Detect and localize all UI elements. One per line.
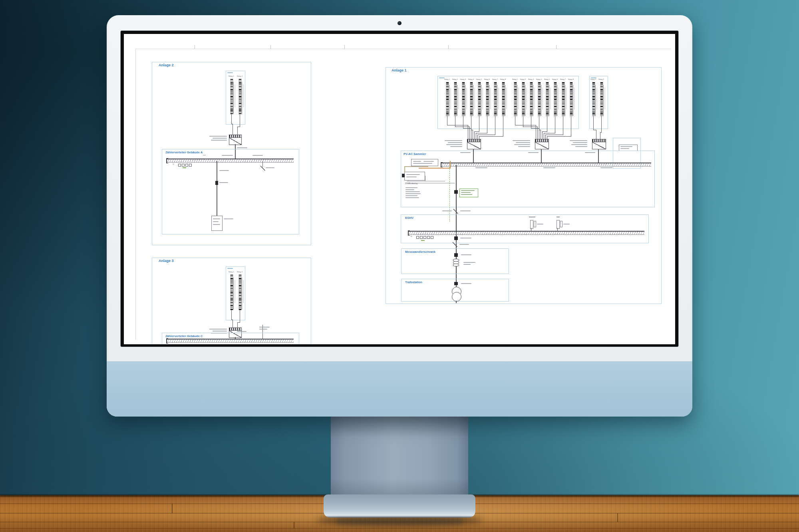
routing-line [601,116,602,132]
ruler-tick [344,45,345,49]
anlage-2-strings-box[interactable] [226,71,245,125]
pv-string[interactable] [554,82,557,117]
routing-line [495,116,495,135]
routing-line [523,127,538,127]
routing-line [477,135,495,135]
string-label: String 4 [467,78,475,80]
string-type-text [466,87,467,109]
schematic-diagram[interactable]: Anlage 2 Zählerverteiler Gebäude A [125,34,675,344]
pv-string[interactable] [462,82,465,117]
monitoring-gateway [411,159,438,166]
inverter-label [570,140,587,141]
pv-string[interactable] [470,82,473,117]
pv-string[interactable] [570,82,573,117]
anlage-3-title: Anlage 3 [159,259,174,263]
pv-string-return [517,85,517,116]
pv-string[interactable] [230,79,233,115]
routing-line [471,116,471,130]
inverter-label [446,144,462,145]
routing-line [233,320,233,328]
string-label: String 1 [227,75,235,77]
legend-line [405,191,420,192]
pv-string-return [541,85,541,116]
string-type-text [518,87,519,109]
pv-string-return [603,85,604,116]
pv-string[interactable] [514,82,517,117]
meter-box[interactable] [211,216,223,231]
ruler-tick [556,45,557,49]
inverter-3[interactable] [592,142,606,149]
string-label: String 8 [499,78,507,80]
routing-line [237,322,238,328]
data-wire [404,166,405,173]
grid-meter [619,145,638,151]
switch-label [442,210,452,211]
pv-string[interactable] [446,82,449,117]
pv-string[interactable] [546,82,549,117]
pv-string-return [525,85,525,116]
pv-string[interactable] [522,82,525,117]
pv-string[interactable] [239,274,242,310]
current-transformer [453,264,459,266]
string-label: String 3 [459,78,467,80]
signal-wire [425,176,425,181]
routing-line [447,116,447,125]
legend-line [405,197,419,198]
page-frame-left [135,49,136,339]
busbar-eghv [409,231,644,235]
routing-line [539,116,539,130]
pv-string[interactable] [592,82,595,117]
string-type-text [243,84,244,107]
fuse-strip [416,236,433,239]
pv-string-return [549,85,549,116]
data-wire [404,166,428,167]
transformer-winding-secondary [452,292,461,302]
pv-string[interactable] [478,82,481,117]
inverter-1[interactable] [467,142,481,149]
routing-line [455,116,455,127]
inverter-2-drop [541,149,542,163]
pv-string[interactable] [486,82,489,117]
inverter-2[interactable] [535,142,549,149]
routing-line [596,130,596,139]
string-label: String 5 [475,78,483,80]
pv-string-return [233,278,234,310]
routing-line [563,116,563,135]
inverter-label [513,140,530,141]
string-type-text [526,87,527,109]
pv-string[interactable] [494,82,497,117]
string-label: String 3 [527,78,535,80]
desk-plank-seam [0,528,799,529]
pv-ac-title: PV-AC Sammler [403,152,426,156]
pv-string[interactable] [530,82,533,117]
stand-base-reflection [336,518,463,525]
anlage-3-strings-box[interactable] [226,266,245,320]
anlage-2-title: Anlage 2 [159,63,174,67]
routing-line [237,127,240,127]
box-eghv[interactable] [401,214,649,243]
inverter-1-drop [473,149,474,163]
string-label: String 8 [567,78,575,80]
disconnect-switch [453,242,457,247]
pv-string[interactable] [538,82,541,117]
desk-plank-joint [294,522,294,528]
pv-string[interactable] [454,82,457,117]
imac-stand-base [324,494,475,518]
string-type-text [458,87,459,109]
pv-string[interactable] [230,274,233,310]
pv-string[interactable] [600,82,603,117]
inverter-label [211,140,227,141]
routing-line [523,116,523,127]
pv-string[interactable] [239,79,242,115]
legend-line [405,195,417,196]
inverter-label [209,329,227,330]
app-canvas[interactable]: Anlage 2 Zählerverteiler Gebäude A [124,34,675,344]
string-label: String 1 [227,271,235,273]
box-pv-ac-sammler[interactable] [401,151,655,207]
pv-string[interactable] [562,82,565,117]
grid-stub [456,301,457,303]
routing-line [515,125,536,125]
pv-string[interactable] [502,82,505,117]
inverter-label [448,142,462,143]
signal-wire [407,181,445,181]
